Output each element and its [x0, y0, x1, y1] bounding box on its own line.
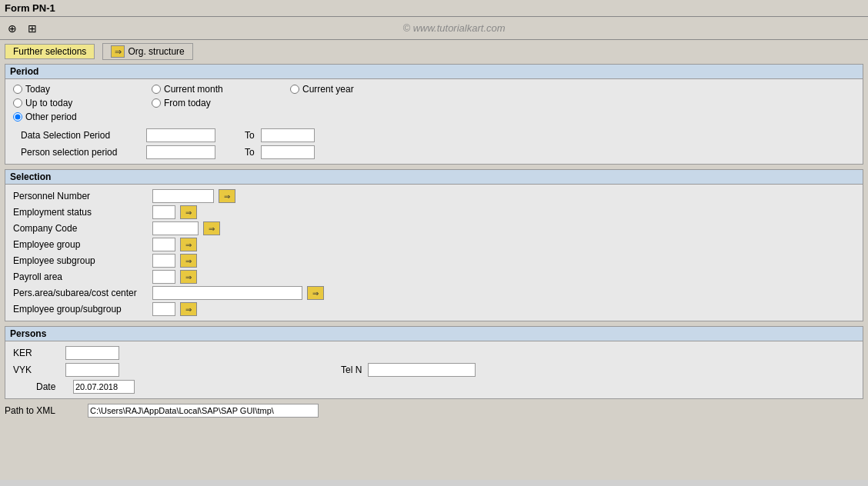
- pers-area-label: Pers.area/subarea/cost center: [13, 288, 148, 298]
- employee-subgroup-input[interactable]: [152, 254, 175, 268]
- persons-section-header: Persons: [5, 327, 863, 341]
- table-row: Employment status ⇒: [13, 205, 855, 219]
- table-row: Personnel Number ⇒: [13, 189, 855, 203]
- pers-area-navigate-button[interactable]: ⇒: [307, 286, 324, 300]
- radio-current-year: Current year: [290, 84, 429, 95]
- radio-current-month: Current month: [152, 84, 290, 95]
- person-selection-period-label: Person selection period: [21, 147, 140, 158]
- window-title: Form PN-1: [5, 2, 55, 14]
- personnel-number-navigate-button[interactable]: ⇒: [219, 189, 235, 203]
- selection-section: Selection Personnel Number ⇒ Employment …: [5, 169, 863, 321]
- persons-section-body: KER VYK Tel N Date: [5, 341, 863, 398]
- radio-from-today-input[interactable]: [152, 98, 161, 108]
- period-radios: Today Current month Current year Up to t…: [13, 84, 855, 122]
- employee-subgroup-label: Employee subgroup: [13, 255, 148, 266]
- path-to-xml-input[interactable]: [88, 404, 319, 418]
- top-buttons: Further selections Org. structure: [5, 43, 863, 60]
- ker-input[interactable]: [65, 346, 119, 360]
- table-row: Employee group/subgroup ⇒: [13, 302, 855, 316]
- payroll-area-input[interactable]: [152, 270, 175, 284]
- payroll-area-navigate-button[interactable]: ⇒: [180, 270, 197, 284]
- employee-group-subgroup-label: Employee group/subgroup: [13, 304, 148, 315]
- table-row: Pers.area/subarea/cost center ⇒: [13, 286, 855, 300]
- radio-other-period-input[interactable]: [13, 112, 22, 122]
- radio-today-input[interactable]: [13, 85, 22, 94]
- radio-current-year-input[interactable]: [290, 85, 299, 94]
- table-row: Payroll area ⇒: [13, 270, 855, 284]
- radio-current-month-label: Current month: [164, 84, 223, 95]
- person-selection-to-input[interactable]: [261, 145, 315, 159]
- data-selection-period-label: Data Selection Period: [21, 130, 140, 141]
- persons-section: Persons KER VYK Tel N Date: [5, 326, 863, 399]
- data-selection-to-input[interactable]: [261, 128, 315, 142]
- main-content: Further selections Org. structure Period…: [0, 40, 868, 480]
- date-label: Date: [36, 381, 67, 392]
- employee-group-navigate-button[interactable]: ⇒: [180, 238, 197, 251]
- path-to-xml-label: Path to XML: [5, 405, 82, 416]
- person-selection-period-row: Person selection period To: [21, 145, 855, 159]
- employee-group-subgroup-input[interactable]: [152, 302, 175, 316]
- period-section-body: Today Current month Current year Up to t…: [5, 79, 863, 164]
- pers-area-input[interactable]: [152, 286, 302, 300]
- radio-up-to-today-input[interactable]: [13, 98, 22, 108]
- period-section: Period Today Current month Current year: [5, 64, 863, 165]
- toolbar: ⊕ ⊞ © www.tutorialkart.com: [0, 17, 868, 40]
- personnel-number-label: Personnel Number: [13, 191, 148, 201]
- company-code-input[interactable]: [152, 221, 199, 235]
- org-structure-button[interactable]: Org. structure: [102, 43, 192, 60]
- radio-current-year-label: Current year: [302, 84, 354, 95]
- data-selection-to-label: To: [245, 130, 255, 141]
- employment-status-input[interactable]: [152, 205, 175, 219]
- payroll-area-label: Payroll area: [13, 271, 148, 282]
- radio-from-today: From today: [152, 98, 290, 108]
- date-input[interactable]: [73, 380, 135, 394]
- persons-grid: KER VYK Tel N Date: [13, 346, 855, 394]
- radio-other-period: Other period: [13, 112, 152, 122]
- person-selection-period-input[interactable]: [146, 145, 215, 159]
- radio-current-month-input[interactable]: [152, 85, 161, 94]
- table-row: Employee group ⇒: [13, 238, 855, 251]
- radio-up-to-today-label: Up to today: [25, 98, 72, 108]
- person-selection-to-label: To: [245, 147, 255, 158]
- ker-row: KER: [13, 346, 855, 360]
- vyk-input[interactable]: [65, 363, 119, 377]
- title-bar: Form PN-1: [0, 0, 868, 17]
- employee-group-subgroup-navigate-button[interactable]: ⇒: [180, 302, 197, 316]
- employee-group-label: Employee group: [13, 239, 148, 250]
- selection-grid: Personnel Number ⇒ Employment status ⇒ C…: [13, 189, 855, 316]
- table-row: Employee subgroup ⇒: [13, 254, 855, 268]
- toolbar-icon-2[interactable]: ⊞: [25, 21, 40, 36]
- data-selection-period-row: Data Selection Period To: [21, 128, 855, 142]
- employment-status-navigate-button[interactable]: ⇒: [180, 205, 197, 219]
- company-code-label: Company Code: [13, 223, 148, 234]
- company-code-navigate-button[interactable]: ⇒: [203, 221, 220, 235]
- radio-today-label: Today: [25, 84, 50, 95]
- vyk-label: VYK: [13, 364, 59, 375]
- radio-other-period-label: Other period: [25, 112, 77, 122]
- radio-up-to-today: Up to today: [13, 98, 152, 108]
- personnel-number-input[interactable]: [152, 189, 214, 203]
- path-to-xml-row: Path to XML: [5, 404, 863, 418]
- further-selections-button[interactable]: Further selections: [5, 44, 95, 59]
- radio-from-today-label: From today: [164, 98, 211, 108]
- radio-today: Today: [13, 84, 152, 95]
- toolbar-icon-1[interactable]: ⊕: [5, 21, 20, 36]
- selection-section-body: Personnel Number ⇒ Employment status ⇒ C…: [5, 185, 863, 321]
- employee-subgroup-navigate-button[interactable]: ⇒: [180, 254, 197, 268]
- tel-label: Tel N: [341, 364, 362, 375]
- selection-section-header: Selection: [5, 170, 863, 185]
- table-row: Company Code ⇒: [13, 221, 855, 235]
- employment-status-label: Employment status: [13, 207, 148, 218]
- org-structure-arrow-icon: [111, 45, 125, 58]
- vyk-row: VYK Tel N: [13, 363, 855, 377]
- toolbar-copyright: © www.tutorialkart.com: [45, 22, 863, 34]
- tel-input[interactable]: [368, 363, 476, 377]
- date-row: Date: [13, 380, 855, 394]
- data-selection-period-input[interactable]: [146, 128, 215, 142]
- period-section-header: Period: [5, 65, 863, 79]
- ker-label: KER: [13, 348, 59, 358]
- employee-group-input[interactable]: [152, 238, 175, 251]
- period-fields: Data Selection Period To Person selectio…: [13, 128, 855, 159]
